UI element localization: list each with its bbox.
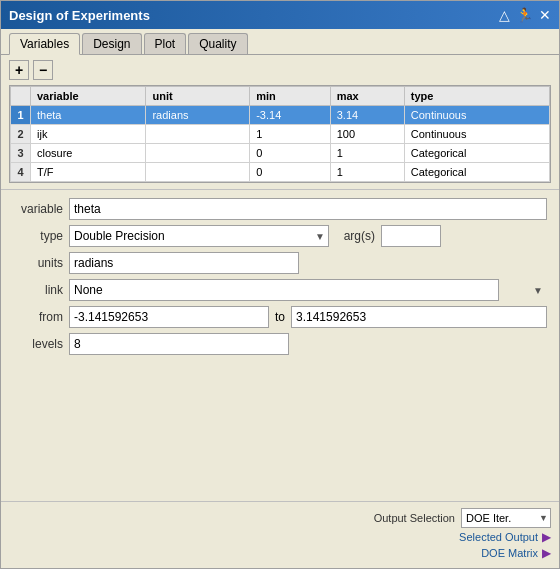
output-selection-label: Output Selection [374,512,455,524]
units-row: units [13,252,547,274]
row-num: 3 [11,144,31,163]
table-row[interactable]: 4 T/F 0 1 Categorical [11,163,550,182]
close-icon[interactable]: ✕ [539,7,551,23]
table-row[interactable]: 3 closure 0 1 Categorical [11,144,550,163]
tab-design[interactable]: Design [82,33,141,54]
cell-unit: radians [146,106,250,125]
to-label: to [275,310,285,324]
range-row: from to [13,306,547,328]
from-label: from [13,310,63,324]
output-selection-row: Output Selection DOE Iter. Option2 ▼ [9,508,551,528]
selected-output-arrow[interactable]: ▶ [542,530,551,544]
table-row[interactable]: 1 theta radians -3.14 3.14 Continuous [11,106,550,125]
cell-type: Continuous [404,125,549,144]
cell-variable: closure [31,144,146,163]
from-input[interactable] [69,306,269,328]
cell-variable: T/F [31,163,146,182]
title-bar: Design of Experiments △ 🏃 ✕ [1,1,559,29]
to-input[interactable] [291,306,547,328]
cell-min: 0 [250,163,331,182]
link-select-wrapper: None Link1 Link2 ▼ [69,279,547,301]
tab-variables[interactable]: Variables [9,33,80,55]
variable-label: variable [13,202,63,216]
output-selection-wrapper: DOE Iter. Option2 ▼ [461,508,551,528]
type-select[interactable]: Double Precision Integer Discrete Real [69,225,329,247]
row-num: 1 [11,106,31,125]
variable-row: variable [13,198,547,220]
bottom-section: Output Selection DOE Iter. Option2 ▼ Sel… [1,501,559,568]
cell-type: Categorical [404,163,549,182]
col-min: min [250,87,331,106]
cell-type: Continuous [404,106,549,125]
cell-max: 3.14 [330,106,404,125]
cell-variable: theta [31,106,146,125]
doe-matrix-row: DOE Matrix ▶ [9,546,551,560]
selected-output-label[interactable]: Selected Output [459,531,538,543]
cell-max: 100 [330,125,404,144]
levels-row: levels [13,333,547,355]
type-label: type [13,229,63,243]
levels-input[interactable] [69,333,289,355]
output-selection-select[interactable]: DOE Iter. Option2 [461,508,551,528]
variables-table-container: variable unit min max type 1 theta radia… [9,85,551,183]
remove-button[interactable]: − [33,60,53,80]
cell-min: -3.14 [250,106,331,125]
cell-min: 0 [250,144,331,163]
cell-variable: ijk [31,125,146,144]
table-row[interactable]: 2 ijk 1 100 Continuous [11,125,550,144]
toolbar: + − [1,55,559,85]
cell-type: Categorical [404,144,549,163]
tab-plot[interactable]: Plot [144,33,187,54]
col-variable: variable [31,87,146,106]
doe-matrix-arrow[interactable]: ▶ [542,546,551,560]
levels-label: levels [13,337,63,351]
tabs-bar: Variables Design Plot Quality [1,29,559,55]
cell-min: 1 [250,125,331,144]
warning-icon[interactable]: △ [499,7,510,23]
args-input[interactable] [381,225,441,247]
link-row: link None Link1 Link2 ▼ [13,279,547,301]
cell-unit [146,163,250,182]
units-input[interactable] [69,252,299,274]
cell-max: 1 [330,163,404,182]
col-rownum [11,87,31,106]
link-label: link [13,283,63,297]
col-type: type [404,87,549,106]
selected-output-row: Selected Output ▶ [9,530,551,544]
cell-max: 1 [330,144,404,163]
cell-unit [146,125,250,144]
type-select-wrapper: Double Precision Integer Discrete Real ▼ [69,225,329,247]
main-window: Design of Experiments △ 🏃 ✕ Variables De… [0,0,560,569]
variables-table: variable unit min max type 1 theta radia… [10,86,550,182]
args-label: arg(s) [335,229,375,243]
variable-form: variable type Double Precision Integer D… [1,189,559,363]
link-select-arrow: ▼ [533,285,543,296]
units-label: units [13,256,63,270]
col-unit: unit [146,87,250,106]
tab-quality[interactable]: Quality [188,33,247,54]
add-button[interactable]: + [9,60,29,80]
window-title: Design of Experiments [9,8,150,23]
col-max: max [330,87,404,106]
link-select[interactable]: None Link1 Link2 [69,279,499,301]
row-num: 2 [11,125,31,144]
row-num: 4 [11,163,31,182]
run-icon[interactable]: 🏃 [516,7,533,23]
doe-matrix-label[interactable]: DOE Matrix [481,547,538,559]
type-row: type Double Precision Integer Discrete R… [13,225,547,247]
cell-unit [146,144,250,163]
title-icons: △ 🏃 ✕ [499,7,551,23]
variable-input[interactable] [69,198,547,220]
